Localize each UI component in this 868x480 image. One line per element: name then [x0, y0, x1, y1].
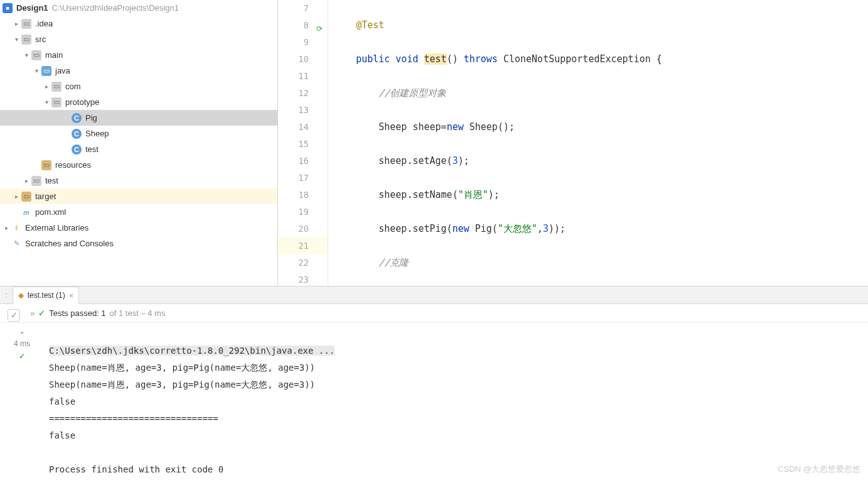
tree-test-class[interactable]: C test	[0, 141, 277, 157]
console-command: C:\Users\zdh\.jdks\corretto-1.8.0_292\bi…	[49, 346, 335, 356]
class-icon: C	[72, 129, 82, 139]
tree-src[interactable]: ▭ src	[0, 31, 277, 47]
line-number[interactable]: 16	[278, 153, 328, 170]
line-number[interactable]: 10	[278, 51, 328, 68]
console-line: Sheep(name=肖恩, age=3, pig=Pig(name=大忽悠, …	[49, 363, 315, 373]
tree-root[interactable]: ■ Design1 C:\Users\zdh\IdeaProjects\Desi…	[0, 0, 277, 16]
code-editor[interactable]: 7 8⟳ 9 10 11 12 13 14 15 16 17 18 19 20 …	[278, 0, 868, 286]
chevron-down-icon[interactable]	[43, 99, 50, 106]
line-number[interactable]: 7	[278, 0, 328, 17]
line-number[interactable]: 17	[278, 170, 328, 187]
chevron-right-icon[interactable]	[13, 20, 20, 28]
line-number[interactable]: 20	[278, 221, 328, 237]
line-number[interactable]: 8⟳	[278, 17, 328, 34]
run-tab-label: test.test (1)	[28, 291, 65, 300]
folder-icon: ▭	[21, 35, 31, 45]
tree-pom[interactable]: m pom.xml	[0, 204, 277, 220]
console-exit-line: Process finished with exit code 0	[49, 464, 223, 474]
console-output[interactable]: C:\Users\zdh\.jdks\corretto-1.8.0_292\bi…	[44, 323, 868, 480]
line-number[interactable]: 11	[278, 68, 328, 85]
line-number[interactable]: 18	[278, 187, 328, 204]
line-number[interactable]: 19	[278, 204, 328, 221]
toggle-check-icon[interactable]: ✓	[8, 309, 20, 322]
module-icon: ■	[3, 3, 13, 13]
tree-pig[interactable]: C Pig	[0, 110, 277, 126]
excluded-folder-icon: ▭	[21, 192, 31, 202]
watermark: CSDN @大忽悠爱忽悠	[778, 464, 860, 475]
tests-passed-label: Tests passed: 1	[49, 308, 105, 318]
tab-chevron[interactable]: :	[5, 290, 8, 300]
project-path: C:\Users\zdh\IdeaProjects\Design1	[52, 3, 179, 13]
tree-com[interactable]: ▭ com	[0, 79, 277, 94]
line-number[interactable]: 14	[278, 119, 328, 136]
class-icon: C	[72, 113, 82, 123]
console-line: Sheep(name=肖恩, age=3, pig=Pig(name=大忽悠, …	[49, 379, 315, 390]
tree-test-folder[interactable]: ▭ test	[0, 173, 277, 188]
line-number[interactable]: 9	[278, 34, 328, 51]
tree-external-libraries[interactable]: ⫴ External Libraries	[0, 220, 277, 236]
runnable-class-icon: C	[72, 145, 82, 155]
run-tab-bar: : ◆ test.test (1) ×	[0, 286, 868, 304]
resources-folder-icon: ▭	[41, 160, 51, 170]
pass-icon: ✓	[38, 308, 45, 318]
tree-idea[interactable]: ▭ .idea	[0, 16, 277, 31]
collapse-icon[interactable]: ⌄	[19, 327, 25, 335]
chevron-right-icon[interactable]	[43, 83, 50, 90]
project-tree[interactable]: ■ Design1 C:\Users\zdh\IdeaProjects\Desi…	[0, 0, 278, 286]
test-duration: 4 ms	[14, 339, 30, 348]
test-status-bar: ✓ » ✓ Tests passed: 1 of 1 test – 4 ms	[0, 304, 868, 323]
line-number[interactable]: 15	[278, 136, 328, 153]
line-number[interactable]: 21	[278, 237, 328, 254]
line-number[interactable]: 13	[278, 102, 328, 119]
package-icon: ▭	[51, 97, 62, 107]
maven-icon: m	[21, 207, 31, 217]
breadcrumb-chevron-icon: »	[30, 308, 35, 318]
tree-resources[interactable]: ▭ resources	[0, 157, 277, 173]
tree-scratches[interactable]: ✎ Scratches and Consoles	[0, 236, 277, 251]
test-config-icon: ◆	[18, 291, 24, 300]
line-number[interactable]: 12	[278, 85, 328, 102]
line-number[interactable]: 23	[278, 271, 328, 288]
tests-summary-label: of 1 test – 4 ms	[110, 308, 166, 318]
editor-gutter[interactable]: 7 8⟳ 9 10 11 12 13 14 15 16 17 18 19 20 …	[278, 0, 328, 286]
chevron-down-icon[interactable]	[33, 67, 40, 75]
project-name: Design1	[16, 3, 48, 13]
tree-target[interactable]: ▭ target	[0, 188, 277, 204]
code-content[interactable]: @Test public void test() throws CloneNot…	[328, 0, 868, 286]
scratch-icon: ✎	[11, 239, 21, 249]
source-folder-icon: ▭	[41, 66, 51, 76]
run-panel: : ◆ test.test (1) × ✓ » ✓ Tests passed: …	[0, 286, 868, 480]
console-line: ================================	[49, 413, 218, 423]
pass-icon: ✓	[19, 352, 25, 361]
tree-java[interactable]: ▭ java	[0, 63, 277, 79]
chevron-right-icon[interactable]	[23, 177, 30, 185]
chevron-right-icon[interactable]	[3, 224, 10, 232]
console-line: false	[49, 430, 75, 440]
folder-icon: ▭	[31, 50, 41, 60]
tree-sheep[interactable]: C Sheep	[0, 126, 277, 141]
folder-icon: ▭	[21, 19, 31, 29]
tree-main[interactable]: ▭ main	[0, 47, 277, 63]
chevron-down-icon[interactable]	[13, 36, 20, 43]
library-icon: ⫴	[11, 223, 21, 233]
folder-icon: ▭	[31, 176, 41, 186]
chevron-right-icon[interactable]	[13, 193, 20, 200]
console-line: false	[49, 396, 75, 406]
test-tree-sidebar[interactable]: ⌄ 4 ms ✓	[0, 323, 44, 480]
close-tab-icon[interactable]: ×	[69, 291, 74, 300]
line-number[interactable]: 22	[278, 254, 328, 271]
chevron-down-icon[interactable]	[23, 52, 30, 59]
tree-prototype[interactable]: ▭ prototype	[0, 94, 277, 110]
run-tab[interactable]: ◆ test.test (1) ×	[13, 286, 80, 304]
package-icon: ▭	[51, 82, 62, 92]
